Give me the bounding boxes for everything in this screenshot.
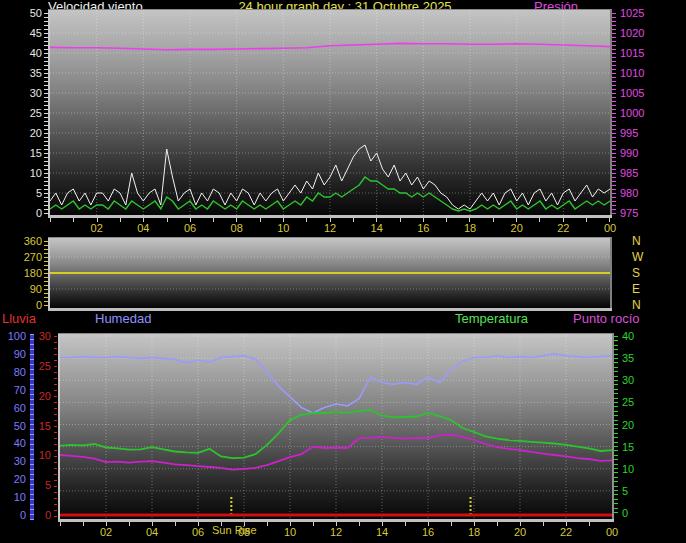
- dir-plot-border-top: [48, 237, 612, 238]
- tick-label: 30: [30, 87, 42, 99]
- tick-label: 30: [14, 455, 26, 467]
- wind-direction-plot: [50, 238, 610, 308]
- tick-label: 0: [45, 509, 51, 521]
- dew-point-header: Punto rocío: [573, 311, 640, 326]
- tick-label: 15: [30, 147, 42, 159]
- tick-label: 180: [24, 267, 42, 279]
- rain-minor-ticks: [54, 336, 57, 517]
- dir-letters-labels: NESWN: [630, 238, 648, 308]
- tick-label: S: [632, 267, 640, 279]
- tick-label: 25: [622, 396, 634, 408]
- tick-label: 35: [30, 67, 42, 79]
- tick-label: 0: [20, 509, 26, 521]
- tick-label: 30: [622, 374, 634, 386]
- tick-label: 1020: [620, 27, 644, 39]
- tick-label: 360: [24, 235, 42, 247]
- dir-left-labels: 090180270360: [8, 238, 44, 308]
- tick-label: 70: [14, 384, 26, 396]
- tick-label: 90: [30, 283, 42, 295]
- tick-label: 990: [620, 147, 638, 159]
- tick-label: 1000: [620, 107, 644, 119]
- wind-left-labels: 05101520253035404550: [8, 10, 44, 215]
- temperature-minor-ticks: [614, 336, 618, 515]
- tick-label: N: [632, 299, 641, 311]
- x-tick-label: 22: [556, 526, 576, 538]
- x-tick-label: 04: [142, 526, 162, 538]
- dir-plot-border-left: [48, 238, 50, 308]
- tick-label: 0: [36, 207, 42, 219]
- x-tick-label: 14: [372, 526, 392, 538]
- tick-label: 1015: [620, 47, 644, 59]
- tick-label: 50: [30, 7, 42, 19]
- weather-graph-window: Velocidad viento 24 hour graph day : 31 …: [0, 0, 686, 543]
- wind-left-minor-ticks: [44, 13, 48, 214]
- tick-label: 5: [36, 187, 42, 199]
- x-tick-label: 08: [227, 222, 247, 234]
- x-tick-label: 00: [600, 222, 620, 234]
- tick-label: 60: [14, 402, 26, 414]
- humidity-temperature-chart: [60, 334, 612, 519]
- x-tick-label: 14: [367, 222, 387, 234]
- x-tick-label: 22: [553, 222, 573, 234]
- tick-label: 20: [30, 127, 42, 139]
- tick-label: 0: [622, 507, 628, 519]
- tick-label: 1025: [620, 7, 644, 19]
- tick-label: 50: [14, 420, 26, 432]
- x-tick-label: 18: [464, 526, 484, 538]
- x-tick-label: 20: [510, 526, 530, 538]
- tick-label: W: [632, 251, 643, 263]
- tick-label: 5: [45, 479, 51, 491]
- tick-label: 20: [622, 419, 634, 431]
- sunrise-label: Sun Rise: [212, 524, 257, 536]
- x-tick-label: 18: [460, 222, 480, 234]
- wind-plot-border-left: [48, 10, 50, 215]
- x-tick-label: 06: [180, 222, 200, 234]
- tick-label: N: [632, 235, 641, 247]
- tick-label: 995: [620, 127, 638, 139]
- humidity-header: Humedad: [95, 311, 151, 326]
- tick-label: 80: [14, 366, 26, 378]
- tick-label: 5: [622, 485, 628, 497]
- wind-direction-chart: [50, 238, 610, 308]
- temperature-header: Temperatura: [455, 311, 528, 326]
- tick-label: 10: [622, 463, 634, 475]
- tick-label: 25: [30, 107, 42, 119]
- tick-label: 10: [14, 491, 26, 503]
- wind-pressure-plot: [50, 10, 610, 215]
- x-tick-label: 04: [133, 222, 153, 234]
- x-tick-label: 00: [602, 526, 622, 538]
- tick-label: 0: [36, 299, 42, 311]
- multi-red-labels: 051015202530: [32, 334, 53, 519]
- x-tick-label: 10: [273, 222, 293, 234]
- tick-label: 1005: [620, 87, 644, 99]
- tick-label: 40: [14, 437, 26, 449]
- x-tick-label: 16: [413, 222, 433, 234]
- tick-label: 15: [622, 441, 634, 453]
- wind-x-labels: 020406081012141618202200: [50, 222, 610, 235]
- tick-label: 40: [622, 330, 634, 342]
- tick-label: 40: [30, 47, 42, 59]
- dir-plot-border-right: [610, 238, 612, 308]
- x-tick-label: 06: [188, 526, 208, 538]
- multi-green-labels: 0510152025303540: [620, 334, 654, 519]
- tick-label: 975: [620, 207, 638, 219]
- dir-left-minor-ticks: [44, 241, 48, 307]
- tick-label: 20: [14, 473, 26, 485]
- wind-plot-border-top: [48, 9, 612, 10]
- multi-x-labels: 020406081012141618202200: [60, 526, 612, 539]
- multi-blue-labels: 0102030405060708090100: [0, 334, 28, 519]
- pressure-right-minor-ticks: [612, 13, 616, 214]
- x-tick-label: 02: [96, 526, 116, 538]
- tick-label: 270: [24, 251, 42, 263]
- x-tick-label: 16: [418, 526, 438, 538]
- tick-label: 985: [620, 167, 638, 179]
- x-tick-label: 20: [507, 222, 527, 234]
- tick-label: 30: [39, 330, 51, 342]
- tick-label: 25: [39, 360, 51, 372]
- multi-plot-border-top: [58, 333, 614, 334]
- tick-label: 1010: [620, 67, 644, 79]
- wind-pressure-chart: [50, 10, 610, 215]
- tick-label: 45: [30, 27, 42, 39]
- humidity-temperature-plot: [60, 334, 612, 519]
- tick-label: 100: [8, 330, 26, 342]
